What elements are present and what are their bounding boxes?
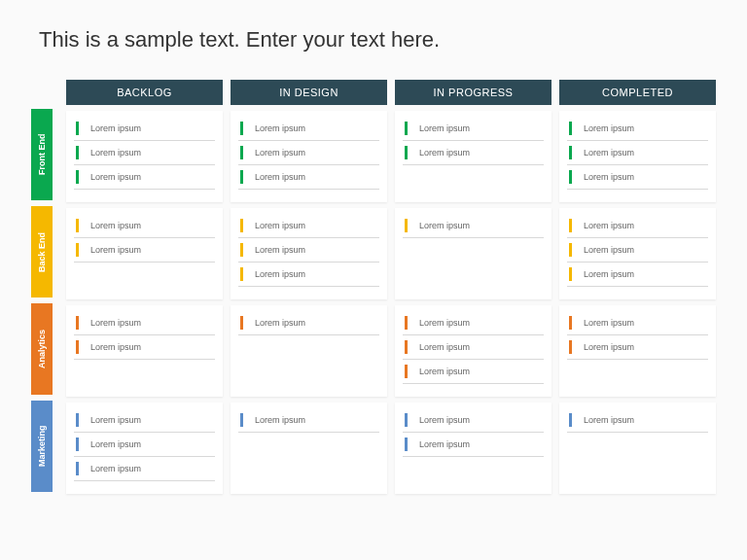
cell: Lorem ipsumLorem ipsumLorem ipsum [66,111,223,202]
row-label-front-end: Front End [31,109,53,200]
card-color-tick [405,219,408,232]
card[interactable]: Lorem ipsum [238,214,379,238]
card-text: Lorem ipsum [419,221,470,230]
card-text: Lorem ipsum [584,342,634,352]
columns: BACKLOGLorem ipsumLorem ipsumLorem ipsum… [66,80,716,494]
card-color-tick [405,316,408,330]
slide: This is a sample text. Enter your text h… [0,0,747,560]
slide-title: This is a sample text. Enter your text h… [39,27,716,52]
row-labels: Front EndBack EndAnalyticsMarketing [31,109,53,494]
card[interactable]: Lorem ipsum [403,360,544,384]
card-text: Lorem ipsum [90,439,141,449]
card[interactable]: Lorem ipsum [74,335,215,360]
card[interactable]: Lorem ipsum [74,214,215,238]
cell: Lorem ipsumLorem ipsum [66,208,223,299]
card[interactable]: Lorem ipsum [567,335,708,360]
column-cells: Lorem ipsumLorem ipsumLorem ipsumLorem i… [395,111,551,494]
card[interactable]: Lorem ipsum [567,238,708,262]
card-text: Lorem ipsum [255,123,305,133]
card-text: Lorem ipsum [90,221,141,230]
card[interactable]: Lorem ipsum [567,262,708,287]
card[interactable]: Lorem ipsum [238,408,379,433]
card-text: Lorem ipsum [584,245,634,255]
card-text: Lorem ipsum [584,123,634,133]
card-color-tick [569,267,572,281]
card[interactable]: Lorem ipsum [238,165,379,190]
card-color-tick [76,462,79,475]
card-text: Lorem ipsum [584,415,634,425]
card-color-tick [76,122,79,135]
card[interactable]: Lorem ipsum [74,457,215,481]
column-cells: Lorem ipsumLorem ipsumLorem ipsumLorem i… [231,111,387,494]
card[interactable]: Lorem ipsum [74,408,215,433]
cell: Lorem ipsumLorem ipsumLorem ipsum [66,402,223,494]
card-color-tick [569,170,572,184]
column-header: BACKLOG [66,80,223,105]
column-completed: COMPLETEDLorem ipsumLorem ipsumLorem ips… [559,80,716,494]
cell: Lorem ipsum [395,208,551,299]
card[interactable]: Lorem ipsum [238,238,379,262]
card[interactable]: Lorem ipsum [567,311,708,335]
card-color-tick [240,219,243,232]
row-label-analytics: Analytics [31,303,53,395]
card-color-tick [76,438,79,451]
card[interactable]: Lorem ipsum [403,117,544,141]
card[interactable]: Lorem ipsum [238,141,379,165]
card-color-tick [405,122,408,135]
column-header: IN DESIGN [231,80,387,105]
card[interactable]: Lorem ipsum [403,141,544,165]
card-text: Lorem ipsum [255,148,305,158]
card-color-tick [405,438,408,451]
card-text: Lorem ipsum [584,148,634,158]
card[interactable]: Lorem ipsum [238,262,379,287]
cell: Lorem ipsumLorem ipsum [395,402,551,494]
card[interactable]: Lorem ipsum [403,408,544,433]
card[interactable]: Lorem ipsum [74,141,215,165]
card-text: Lorem ipsum [90,318,141,328]
card-text: Lorem ipsum [584,269,634,279]
card-color-tick [76,340,79,354]
card-text: Lorem ipsum [90,148,141,158]
card-color-tick [240,267,243,281]
card-color-tick [76,316,79,330]
card[interactable]: Lorem ipsum [567,408,708,433]
card[interactable]: Lorem ipsum [403,433,544,457]
card-color-tick [569,146,572,159]
card-text: Lorem ipsum [90,172,141,182]
cell: Lorem ipsum [559,402,716,494]
card[interactable]: Lorem ipsum [403,311,544,335]
card-color-tick [569,219,572,232]
card[interactable]: Lorem ipsum [567,117,708,141]
card[interactable]: Lorem ipsum [567,214,708,238]
card[interactable]: Lorem ipsum [403,214,544,238]
card[interactable]: Lorem ipsum [238,117,379,141]
card-text: Lorem ipsum [90,415,141,425]
card[interactable]: Lorem ipsum [567,141,708,165]
card[interactable]: Lorem ipsum [74,311,215,335]
card-color-tick [76,170,79,184]
cell: Lorem ipsumLorem ipsumLorem ipsum [559,208,716,299]
card-text: Lorem ipsum [255,221,305,230]
card[interactable]: Lorem ipsum [74,238,215,262]
card[interactable]: Lorem ipsum [74,433,215,457]
card-text: Lorem ipsum [419,439,470,449]
column-header: IN PROGRESS [395,80,551,105]
cell: Lorem ipsumLorem ipsumLorem ipsum [231,208,387,299]
column-cells: Lorem ipsumLorem ipsumLorem ipsumLorem i… [559,111,716,494]
card-text: Lorem ipsum [419,123,470,133]
card-color-tick [240,316,243,330]
column-header: COMPLETED [559,80,716,105]
card[interactable]: Lorem ipsum [74,165,215,190]
card-color-tick [240,243,243,257]
cell: Lorem ipsumLorem ipsumLorem ipsum [559,111,716,202]
card[interactable]: Lorem ipsum [567,165,708,190]
card[interactable]: Lorem ipsum [238,311,379,335]
cell: Lorem ipsumLorem ipsum [66,305,223,397]
cell: Lorem ipsumLorem ipsum [559,305,716,397]
card-text: Lorem ipsum [255,245,305,255]
card-text: Lorem ipsum [584,221,634,230]
card[interactable]: Lorem ipsum [74,117,215,141]
card[interactable]: Lorem ipsum [403,335,544,360]
column-cells: Lorem ipsumLorem ipsumLorem ipsumLorem i… [66,111,223,494]
card-color-tick [569,122,572,135]
